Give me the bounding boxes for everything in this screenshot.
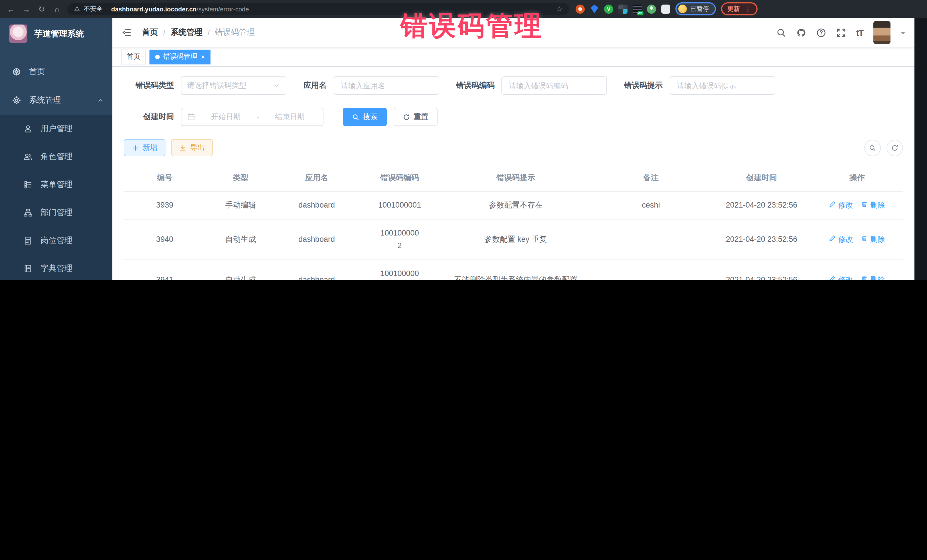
sidebar-item-menu-management[interactable]: 菜单管理 (0, 170, 112, 199)
reset-button-label: 重置 (413, 112, 429, 122)
dict-icon (23, 264, 32, 273)
reset-button[interactable]: 重置 (394, 108, 438, 126)
browser-toolbar: ← → ↻ ⌂ ⚠ 不安全 dashboard.yudao.iocoder.cn… (0, 0, 927, 18)
sidebar-item-post-management[interactable]: 岗位管理 (0, 226, 112, 254)
search-button[interactable]: 搜索 (343, 108, 387, 126)
on-badge: on (637, 11, 643, 15)
app-window: 芋道管理系统 首页系统管理用户管理角色管理菜单管理部门管理岗位管理字典管理通知公… (0, 18, 915, 280)
edit-icon (829, 274, 836, 280)
breadcrumb-item[interactable]: 首页 (142, 27, 158, 38)
browser-update-button[interactable]: 更新 ⋮ (721, 2, 758, 15)
calendar-icon (187, 113, 195, 121)
sidebar-item-role-management[interactable]: 角色管理 (0, 143, 112, 170)
date-range-picker[interactable]: 开始日期 - 结束日期 (181, 108, 324, 126)
chevron-down-icon (273, 82, 280, 89)
extension-icon[interactable] (590, 4, 599, 14)
chevron-down-icon[interactable] (901, 32, 905, 36)
font-size-icon[interactable]: tT (856, 28, 863, 37)
export-button[interactable]: 导出 (171, 139, 213, 156)
sidebar-menu: 首页系统管理用户管理角色管理菜单管理部门管理岗位管理字典管理通知公告审计日志在线… (0, 58, 112, 280)
add-button[interactable]: 新增 (124, 139, 166, 156)
hide-search-button[interactable] (864, 140, 881, 156)
delete-link[interactable]: 删除 (861, 274, 885, 280)
sidebar-item-system-management[interactable]: 系统管理 (0, 86, 112, 115)
sidebar-item-label: 字典管理 (41, 263, 73, 273)
column-header-code: 错误码编码 (358, 165, 442, 191)
gear-icon (12, 96, 21, 105)
top-navbar: 首页 / 系统管理 / 错误码管理 (112, 18, 915, 47)
app-name-field[interactable] (333, 76, 439, 95)
breadcrumb-item-current: 错误码管理 (215, 27, 255, 38)
sidebar-item-dict-management[interactable]: 字典管理 (0, 254, 112, 280)
search-icon[interactable] (777, 28, 786, 37)
bookmark-star-icon[interactable]: ☆ (556, 5, 562, 13)
extension-icon[interactable] (619, 4, 628, 14)
filter-label: 错误码类型 (124, 80, 174, 91)
avatar[interactable] (873, 21, 891, 44)
close-icon[interactable]: × (201, 53, 205, 60)
filter-row-1: 错误码类型 请选择错误码类型 应用名 错误码编码 (124, 76, 903, 95)
forward-icon[interactable]: → (21, 4, 31, 14)
refresh-button[interactable] (886, 140, 903, 156)
app-name-input[interactable] (340, 81, 433, 90)
extension-icon[interactable] (647, 4, 656, 14)
hamburger-icon[interactable] (122, 27, 132, 38)
cell-app: dashboard (276, 191, 358, 219)
address-bar[interactable]: ⚠ 不安全 dashboard.yudao.iocoder.cn/system/… (67, 3, 569, 15)
edit-link[interactable]: 修改 (829, 233, 853, 246)
cell-note: ceshi (590, 191, 712, 219)
error-code-input[interactable] (508, 81, 601, 90)
sidebar-item-label: 菜单管理 (41, 179, 73, 190)
tree-icon (23, 208, 32, 217)
sidebar-item-label: 系统管理 (29, 95, 61, 106)
screen: ← → ↻ ⌂ ⚠ 不安全 dashboard.yudao.iocoder.cn… (0, 0, 927, 280)
github-icon[interactable] (796, 28, 806, 37)
delete-link-label: 删除 (870, 233, 885, 246)
delete-link[interactable]: 删除 (861, 199, 885, 212)
cell-msg: 不能删除类型为系统内置的参数配置 (442, 266, 590, 280)
filter-row-2: 创建时间 开始日期 - 结束日期 搜索 (124, 108, 903, 126)
badge-icon (23, 236, 32, 245)
error-code-field[interactable] (501, 76, 607, 95)
menu-kebab-icon[interactable]: ⋮ (745, 5, 751, 13)
filter-label: 创建时间 (124, 112, 174, 122)
tab-error-code[interactable]: 错误码管理 × (149, 49, 211, 64)
sidebar-item-home[interactable]: 首页 (0, 58, 112, 86)
app-title: 芋道管理系统 (34, 28, 84, 39)
cell-id: 3939 (124, 191, 206, 219)
edit-link-label: 修改 (838, 274, 853, 280)
cell-code: 100100000 3 (358, 260, 442, 280)
error-hint-input[interactable] (676, 81, 769, 90)
paused-extension-pill[interactable]: 已暂停 (675, 2, 716, 15)
error-hint-field[interactable] (669, 76, 775, 95)
tab-home[interactable]: 首页 (121, 49, 146, 64)
sidebar-item-dept-management[interactable]: 部门管理 (0, 199, 112, 226)
filter-label: 错误码提示 (624, 80, 663, 91)
sidebar-item-user-management[interactable]: 用户管理 (0, 115, 112, 143)
delete-link[interactable]: 删除 (861, 233, 885, 246)
edit-link[interactable]: 修改 (829, 274, 853, 280)
error-type-select[interactable]: 请选择错误码类型 (181, 76, 286, 95)
filter-code: 错误码编码 (456, 76, 607, 95)
cell-code: 1001000001 (358, 191, 442, 219)
puzzle-extension-icon[interactable] (661, 4, 670, 14)
extension-icon[interactable]: V (604, 4, 613, 14)
url-text: dashboard.yudao.iocoder.cn/system/error-… (111, 5, 249, 12)
export-button-label: 导出 (190, 143, 205, 153)
update-label: 更新 (727, 5, 740, 13)
column-header-time: 创建时间 (712, 165, 811, 191)
table-toolbar: 新增 导出 (124, 139, 903, 156)
fullscreen-icon[interactable] (836, 28, 846, 37)
extension-icon[interactable]: on (633, 4, 642, 14)
edit-link[interactable]: 修改 (829, 199, 853, 212)
home-icon[interactable]: ⌂ (52, 4, 62, 14)
sidebar-logo-row[interactable]: 芋道管理系统 (0, 18, 112, 50)
extension-icon[interactable] (576, 4, 585, 14)
cell-time: 2021-04-20 23:52:56 (712, 266, 811, 280)
breadcrumb-item[interactable]: 系统管理 (170, 27, 202, 38)
filter-app: 应用名 (304, 76, 439, 95)
help-icon[interactable] (816, 28, 826, 37)
reload-icon[interactable]: ↻ (36, 4, 47, 14)
cell-type: 自动生成 (206, 226, 276, 253)
back-icon[interactable]: ← (6, 4, 16, 14)
